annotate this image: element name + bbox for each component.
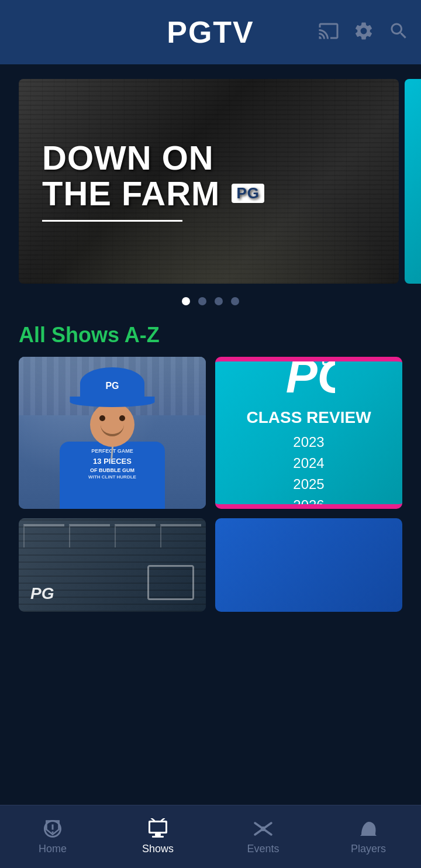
carousel-text: DOWN ON THE FARM PG: [42, 141, 375, 222]
carousel-peek[interactable]: [405, 79, 421, 284]
players-nav-icon-svg: [357, 818, 380, 839]
show-card-blue[interactable]: [215, 518, 402, 612]
svg-rect-5: [150, 822, 165, 832]
home-nav-label: Home: [39, 843, 67, 855]
nav-item-shows[interactable]: Shows: [105, 818, 210, 855]
class-review-years: 2023 2024 2025 2026: [293, 432, 324, 509]
search-icon[interactable]: [388, 20, 409, 44]
nav-item-home[interactable]: Home: [0, 818, 105, 855]
svg-line-7: [161, 818, 164, 821]
fence-graphic: [19, 524, 206, 547]
shows-grid: PG PERFECT GAME 13 PIECES OF BUBBLE GUM …: [0, 357, 421, 612]
players-nav-label: Players: [351, 843, 386, 855]
class-review-title: CLASS REVIEW: [246, 408, 371, 427]
carousel-divider: [42, 220, 182, 222]
person-face: [90, 402, 134, 447]
hero-carousel[interactable]: DOWN ON THE FARM PG: [0, 76, 421, 287]
nav-item-players[interactable]: Players: [316, 818, 421, 855]
section-title: All Shows A-Z: [0, 311, 421, 357]
carousel-slide-1[interactable]: DOWN ON THE FARM PG: [19, 79, 399, 284]
svg-rect-8: [155, 833, 161, 836]
app-title: PGTV: [167, 15, 254, 50]
carousel-dot-1[interactable]: [182, 297, 190, 305]
field-graphic: [147, 565, 194, 600]
home-nav-icon-svg: [42, 816, 64, 838]
carousel-dot-2[interactable]: [198, 297, 206, 305]
carousel-line2: THE FARM PG: [42, 175, 375, 212]
show-card-field[interactable]: PG: [19, 518, 206, 612]
shows-nav-label: Shows: [142, 843, 174, 855]
events-nav-label: Events: [247, 843, 279, 855]
header-actions: [318, 20, 409, 44]
carousel-dots: [0, 297, 421, 305]
hat-top: PG: [80, 367, 144, 399]
svg-marker-3: [46, 821, 58, 834]
hat-brim: [70, 397, 155, 407]
events-nav-icon-svg: [251, 818, 275, 839]
carousel-dot-4[interactable]: [231, 297, 239, 305]
person-figure: PG PERFECT GAME 13 PIECES OF BUBBLE GUM …: [19, 357, 206, 509]
pg-logo-carousel: PG: [232, 184, 264, 203]
shows-nav-icon-svg: [146, 818, 170, 839]
carousel-line1: DOWN ON: [42, 141, 375, 175]
show-card-person[interactable]: PG PERFECT GAME 13 PIECES OF BUBBLE GUM …: [19, 357, 206, 509]
nav-item-events[interactable]: Events: [210, 818, 316, 855]
app-header: PGTV: [0, 0, 421, 64]
show-card-class-review[interactable]: PG CLASS REVIEW 2023 2024 2025 2026: [215, 357, 402, 509]
carousel-dot-3[interactable]: [215, 297, 223, 305]
svg-point-12: [261, 826, 265, 831]
person-body: PERFECT GAME 13 PIECES OF BUBBLE GUM WIT…: [60, 442, 165, 509]
svg-line-6: [151, 818, 154, 821]
cast-icon[interactable]: [318, 20, 339, 44]
svg-rect-9: [152, 836, 164, 838]
bottom-navigation: Home Shows Events: [0, 805, 421, 868]
class-review-logo: PG: [282, 357, 335, 405]
settings-icon[interactable]: [353, 20, 374, 44]
field-logo: PG: [30, 584, 54, 603]
